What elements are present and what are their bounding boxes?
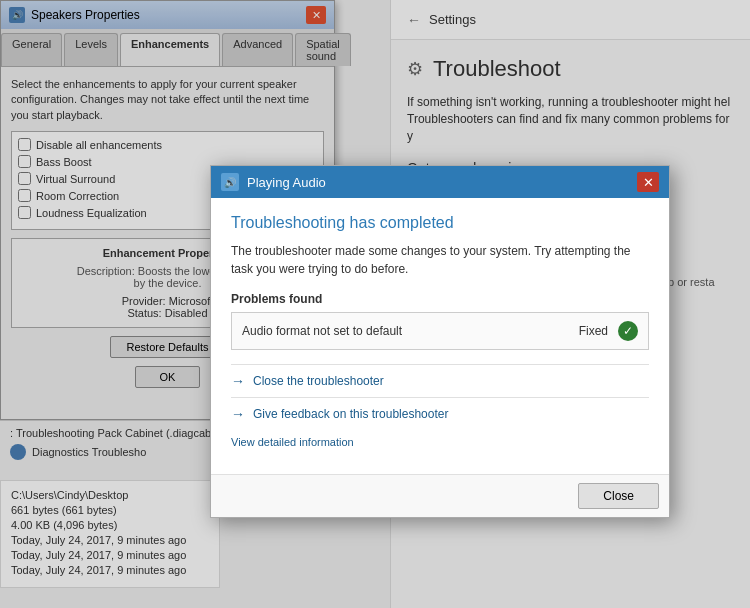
check-icon: ✓ xyxy=(618,321,638,341)
problem-name: Audio format not set to default xyxy=(242,324,579,338)
problems-found-label: Problems found xyxy=(231,292,649,306)
arrow-right-icon: → xyxy=(231,373,245,389)
dialog-footer: Close xyxy=(211,474,669,517)
feedback-link[interactable]: → Give feedback on this troubleshooter xyxy=(231,397,649,430)
dialog-heading: Troubleshooting has completed xyxy=(231,214,649,232)
dialog-close-button[interactable]: ✕ xyxy=(637,172,659,192)
table-row: Audio format not set to default Fixed ✓ xyxy=(232,313,648,349)
dialog-title: Playing Audio xyxy=(247,175,326,190)
problem-status: Fixed xyxy=(579,324,608,338)
dialog-titlebar-left: 🔊 Playing Audio xyxy=(221,173,326,191)
close-troubleshooter-link[interactable]: → Close the troubleshooter xyxy=(231,364,649,397)
view-detail-link[interactable]: View detailed information xyxy=(231,436,649,448)
problems-table: Audio format not set to default Fixed ✓ xyxy=(231,312,649,350)
feedback-text: Give feedback on this troubleshooter xyxy=(253,407,448,421)
close-troubleshooter-text: Close the troubleshooter xyxy=(253,374,384,388)
playing-audio-dialog: 🔊 Playing Audio ✕ Troubleshooting has co… xyxy=(210,165,670,518)
arrow-right-icon-2: → xyxy=(231,406,245,422)
dialog-icon: 🔊 xyxy=(221,173,239,191)
dialog-titlebar: 🔊 Playing Audio ✕ xyxy=(211,166,669,198)
dialog-body: Troubleshooting has completed The troubl… xyxy=(211,198,669,474)
dialog-subtext: The troubleshooter made some changes to … xyxy=(231,242,649,278)
close-dialog-button[interactable]: Close xyxy=(578,483,659,509)
